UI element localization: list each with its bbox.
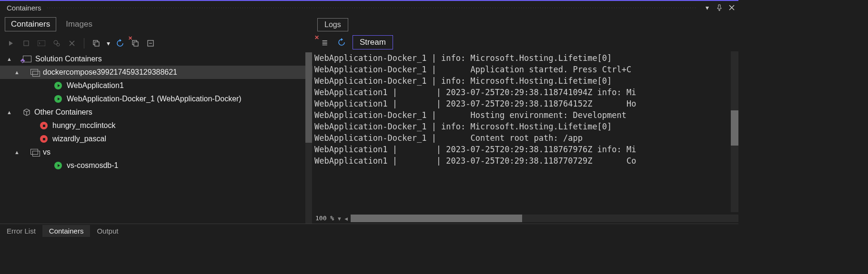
titlebar: Containers ▾ xyxy=(0,1,738,14)
stream-button[interactable]: Stream xyxy=(353,35,393,49)
dropdown-caret[interactable]: ▾ xyxy=(105,37,111,49)
log-line: WebApplication1 | | 2023-07-25T20:29:38.… xyxy=(314,144,738,155)
footer-tab-output[interactable]: Output xyxy=(90,225,125,237)
close-icon[interactable] xyxy=(727,3,737,12)
tree-label: WebApplication-Docker_1 (WebApplication-… xyxy=(67,95,242,103)
refresh-button[interactable] xyxy=(114,37,126,49)
log-horizontal-scrollbar[interactable] xyxy=(351,215,738,222)
tab-images[interactable]: Images xyxy=(60,18,98,31)
left-toolbar: ▾ ✕ xyxy=(0,34,313,52)
tree-label: vs xyxy=(43,148,50,157)
log-line: WebApplication-Docker_1 | Application st… xyxy=(314,64,738,75)
tree-label: WebApplication1 xyxy=(67,81,124,90)
log-line: WebApplication-Docker_1 | Content root p… xyxy=(314,132,738,144)
tree-label: dockercompose3992174593129388621 xyxy=(43,68,177,77)
tree-label: wizardly_pascal xyxy=(52,135,106,143)
stop-button[interactable] xyxy=(20,37,32,49)
log-line: WebApplication1 | | 2023-07-25T20:29:38.… xyxy=(314,155,738,166)
tree-scrollbar[interactable] xyxy=(305,52,312,224)
logs-panel: Logs ✕≣ Stream WebApplication-Docker_1 |… xyxy=(313,14,738,224)
status-running-icon xyxy=(54,95,62,103)
tree-container-item[interactable]: hungry_mcclintock xyxy=(0,119,313,132)
log-vertical-scrollbar[interactable] xyxy=(731,51,738,212)
log-line: WebApplication-Docker_1 | info: Microsof… xyxy=(314,52,738,64)
tree-label: Other Containers xyxy=(34,108,92,117)
compose-icon xyxy=(30,149,39,156)
cube-icon xyxy=(23,108,30,116)
compose-icon xyxy=(30,69,39,76)
remove-button[interactable] xyxy=(144,37,157,49)
settings-icon[interactable] xyxy=(50,37,63,49)
log-output[interactable]: WebApplication-Docker_1 | info: Microsof… xyxy=(313,51,738,224)
svg-rect-7 xyxy=(134,42,138,46)
tab-logs[interactable]: Logs xyxy=(317,18,348,31)
tree-label: vs-cosmosdb-1 xyxy=(67,161,118,170)
svg-point-3 xyxy=(57,43,60,46)
clear-logs-button[interactable]: ✕≣ xyxy=(318,36,331,49)
start-button[interactable] xyxy=(5,37,17,49)
tree-container-item[interactable]: vs-cosmosdb-1 xyxy=(0,159,313,172)
tree-container-item[interactable]: WebApplication-Docker_1 (WebApplication-… xyxy=(0,92,313,106)
tree-solution-containers[interactable]: ▲ ⬘ Solution Containers xyxy=(0,52,313,66)
footer-tabs: Error List Containers Output xyxy=(0,224,738,238)
solution-icon: ⬘ xyxy=(23,56,31,62)
containers-panel: Containers Images ▾ ✕ ▲ ⬘ Solution Conta… xyxy=(0,14,313,224)
tab-containers[interactable]: Containers xyxy=(5,17,56,31)
refresh-logs-button[interactable] xyxy=(335,36,348,49)
terminal-button[interactable] xyxy=(35,37,48,49)
log-line: WebApplication-Docker_1 | info: Microsof… xyxy=(314,75,738,87)
footer-tab-containers[interactable]: Containers xyxy=(42,225,91,237)
tree-container-item[interactable]: WebApplication1 xyxy=(0,79,313,92)
log-line: WebApplication-Docker_1 | info: Microsof… xyxy=(314,121,738,132)
containers-tree: ▲ ⬘ Solution Containers ▲ dockercompose3… xyxy=(0,52,313,224)
status-stopped-icon xyxy=(40,122,48,129)
log-line: WebApplication1 | | 2023-07-25T20:29:38.… xyxy=(314,98,738,109)
log-line: WebApplication-Docker_1 | Hosting enviro… xyxy=(314,109,738,121)
delete-button[interactable] xyxy=(66,37,78,49)
zoom-level[interactable]: 100 % xyxy=(313,213,337,224)
pin-icon[interactable] xyxy=(715,3,724,12)
svg-rect-5 xyxy=(95,42,99,46)
status-running-icon xyxy=(54,162,62,169)
grip-dots[interactable] xyxy=(46,7,697,9)
svg-rect-0 xyxy=(24,41,29,46)
tree-other-containers[interactable]: ▲ Other Containers xyxy=(0,106,313,119)
panel-title: Containers xyxy=(7,4,41,12)
zoom-caret[interactable]: ▾ xyxy=(337,213,343,224)
status-running-icon xyxy=(54,82,62,89)
tree-vs-group[interactable]: ▲ vs xyxy=(0,146,313,159)
svg-rect-1 xyxy=(38,40,45,46)
dropdown-icon[interactable]: ▾ xyxy=(702,3,712,12)
log-line: WebApplication1 | | 2023-07-25T20:29:38.… xyxy=(314,87,738,98)
footer-tab-error-list[interactable]: Error List xyxy=(0,225,42,237)
tree-label: Solution Containers xyxy=(35,55,102,63)
status-stopped-icon xyxy=(40,135,48,143)
prune-button[interactable]: ✕ xyxy=(129,37,141,49)
tree-compose-group[interactable]: ▲ dockercompose3992174593129388621 xyxy=(0,66,313,79)
tree-label: hungry_mcclintock xyxy=(52,121,116,130)
scroll-left-icon[interactable]: ◂ xyxy=(343,213,350,224)
copy-button[interactable] xyxy=(90,37,102,49)
tree-container-item[interactable]: wizardly_pascal xyxy=(0,132,313,146)
